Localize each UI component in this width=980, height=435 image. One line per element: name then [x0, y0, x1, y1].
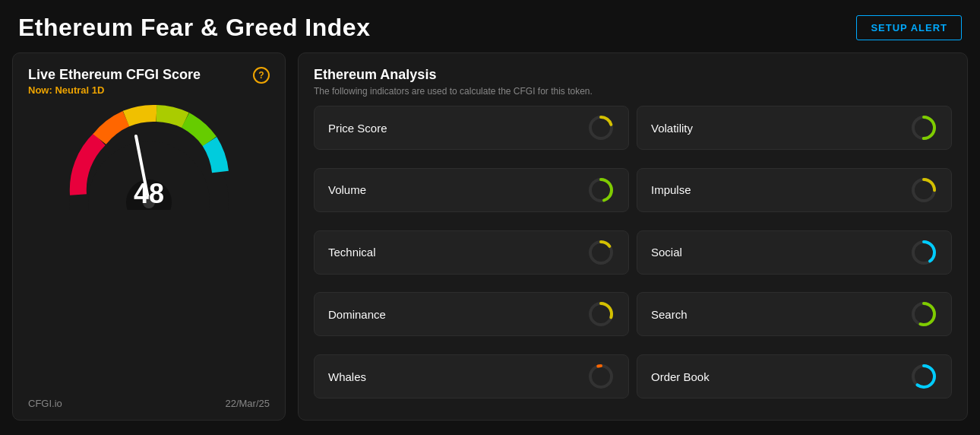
- status-badge: Neutral 1D: [55, 84, 104, 96]
- analysis-title: Ethereum Analysis: [314, 67, 952, 83]
- indicator-card-price-score: Price Score: [314, 106, 629, 150]
- indicator-card-social: Social: [637, 230, 952, 275]
- indicator-card-technical: Technical: [314, 230, 629, 275]
- page-header: Ethereum Fear & Greed Index SETUP ALERT: [0, 0, 980, 52]
- left-panel: Live Ethereum CFGI Score Now: Neutral 1D…: [12, 52, 286, 421]
- gauge-score: 48: [134, 178, 164, 210]
- ring-dominance: [587, 300, 615, 328]
- indicator-card-search: Search: [637, 292, 952, 336]
- ring-order-book: [910, 363, 937, 390]
- indicator-label-technical: Technical: [328, 246, 376, 259]
- footer-brand: CFGI.io: [28, 398, 62, 409]
- ring-technical: [587, 239, 615, 266]
- live-score-subtitle: Now: Neutral 1D: [28, 84, 201, 96]
- left-footer: CFGI.io 22/Mar/25: [28, 398, 270, 409]
- svg-point-21: [590, 366, 612, 387]
- help-icon[interactable]: ?: [253, 67, 270, 84]
- main-content: Live Ethereum CFGI Score Now: Neutral 1D…: [0, 52, 980, 433]
- live-score-title: Live Ethereum CFGI Score: [28, 67, 201, 83]
- indicator-label-order-book: Order Book: [651, 370, 710, 383]
- indicator-card-volatility: Volatility: [637, 106, 952, 150]
- live-score-info: Live Ethereum CFGI Score Now: Neutral 1D: [28, 67, 201, 96]
- indicator-label-whales: Whales: [328, 370, 366, 383]
- subtitle-now: Now:: [28, 84, 55, 96]
- analysis-subtitle: The following indicators are used to cal…: [314, 86, 952, 97]
- indicator-card-volume: Volume: [314, 168, 629, 212]
- indicator-label-volatility: Volatility: [651, 122, 693, 135]
- indicator-label-impulse: Impulse: [651, 183, 691, 196]
- indicator-label-price-score: Price Score: [328, 122, 387, 135]
- ring-whales: [587, 363, 615, 390]
- indicator-card-impulse: Impulse: [637, 168, 952, 212]
- page-title: Ethereum Fear & Greed Index: [18, 14, 370, 42]
- right-panel: Ethereum Analysis The following indicato…: [298, 52, 968, 421]
- live-score-header: Live Ethereum CFGI Score Now: Neutral 1D…: [28, 67, 270, 96]
- indicator-label-social: Social: [651, 246, 682, 259]
- ring-price-score: [587, 114, 615, 141]
- ring-social: [910, 239, 937, 266]
- gauge-wrap: 48: [58, 103, 240, 210]
- indicators-grid: Price Score Volatility Volume: [314, 106, 952, 409]
- indicator-label-volume: Volume: [328, 183, 366, 196]
- indicator-card-dominance: Dominance: [314, 292, 629, 336]
- gauge-container: 48: [28, 103, 270, 210]
- ring-volume: [587, 176, 615, 204]
- indicator-label-search: Search: [651, 308, 688, 321]
- setup-alert-button[interactable]: SETUP ALERT: [856, 15, 962, 40]
- ring-impulse: [910, 176, 937, 204]
- indicator-card-order-book: Order Book: [637, 354, 952, 398]
- footer-date: 22/Mar/25: [225, 398, 270, 409]
- ring-volatility: [910, 114, 937, 141]
- indicator-card-whales: Whales: [314, 354, 629, 398]
- indicator-label-dominance: Dominance: [328, 308, 386, 321]
- ring-search: [910, 300, 937, 328]
